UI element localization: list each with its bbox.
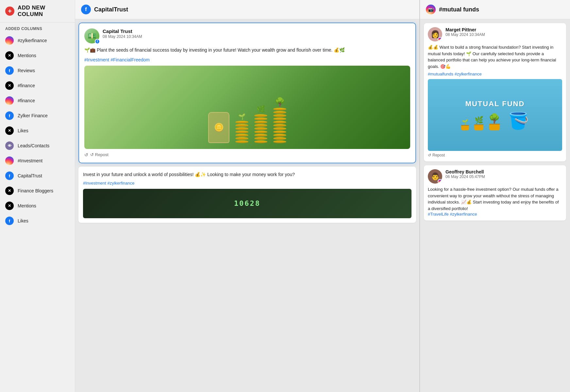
mutual-post-header: 👩 Marget Pittner 08 May 2024 10:34AM (428, 27, 562, 41)
sidebar-item-label: #Investment (18, 158, 42, 163)
instagram-icon (5, 96, 14, 105)
mutual-funds-column-header: 📷 #mutual funds (420, 0, 570, 19)
post-text: 🌱💼 Plant the seeds of financial success … (84, 47, 410, 54)
post-hashtags: #Investment #FinancialFreedom (84, 57, 410, 62)
sidebar-item-label: Mentions (18, 53, 36, 58)
capitaltrust-column-header: f CapitalTrust (75, 0, 419, 19)
sidebar-item-mentions-x[interactable]: ✕ Mentions (0, 48, 75, 63)
column-header-facebook-icon: f (81, 5, 91, 14)
mutual-funds-column-title: #mutual funds (439, 6, 479, 13)
repost-text: Repost (432, 153, 445, 157)
post-avatar: 💵 f (84, 28, 99, 43)
sidebar-item-label: Zylker Finance (18, 113, 48, 118)
mutual-hashtags: #mutualfunds #zylkerfinance (428, 72, 562, 76)
post-image-money: 10628 (83, 189, 411, 218)
post-card-highlighted: 💵 f Capital Trust 08 May 2024 10:34AM 🌱💼… (78, 23, 416, 163)
sidebar-item-finance-instagram[interactable]: #finance (0, 93, 75, 108)
sidebar-item-capitaltrust-facebook[interactable]: f CapitalTrust (0, 168, 75, 183)
user-time-geoffrey: 06 May 2024 05:47PM (445, 174, 562, 179)
user-meta-marget: Marget Pittner 08 May 2024 10:34AM (445, 27, 562, 37)
partial-hashtags-geoffrey: #TravelLife #zylkerfinance (428, 212, 562, 217)
sidebar-item-reviews-facebook[interactable]: f Reviews (0, 63, 75, 78)
sidebar-items-list: #zylkerfinance ✕ Mentions f Reviews ✕ #f… (0, 33, 75, 392)
sidebar-item-label: #zylkerfinance (18, 38, 47, 43)
sidebar-item-label: Reviews (18, 68, 35, 73)
instagram-badge-2 (438, 179, 442, 184)
sidebar-item-investment-instagram[interactable]: #Investment (0, 153, 75, 168)
sidebar-item-mentions-x2[interactable]: ✕ Mentions (0, 198, 75, 213)
sidebar-item-label: #finance (18, 98, 35, 103)
sidebar-item-likes-facebook[interactable]: f Likes (0, 213, 75, 228)
capitaltrust-column: f CapitalTrust 💵 f Capital Trust 08 May … (75, 0, 420, 392)
sidebar-item-label: Mentions (18, 203, 36, 208)
post-meta: Capital Trust 08 May 2024 10:34AM (103, 28, 410, 39)
mutual-fund-image: MUTUAL FUND 🌱 🌿 (428, 79, 562, 151)
post-image-coins: 🪙 🌱 (84, 66, 410, 149)
sidebar-item-likes-x[interactable]: ✕ Likes (0, 123, 75, 138)
sidebar: + ADD NEW COLUMN ADDED COLUMNS #zylkerfi… (0, 0, 75, 392)
x-icon: ✕ (5, 126, 14, 135)
mutual-funds-column-body: 👩 Marget Pittner 08 May 2024 10:34AM 💰💰 … (420, 19, 570, 392)
repost-line[interactable]: ↺ Repost (428, 153, 562, 157)
x-icon: ✕ (5, 187, 14, 195)
mutual-funds-column: 📷 #mutual funds 👩 Marget Pittner 08 May … (420, 0, 570, 392)
x-icon: ✕ (5, 51, 14, 60)
capitaltrust-column-body: 💵 f Capital Trust 08 May 2024 10:34AM 🌱💼… (75, 19, 419, 392)
post-time: 08 May 2024 10:34AM (103, 34, 410, 39)
added-columns-label: ADDED COLUMNS (0, 23, 75, 33)
add-new-column-header[interactable]: + ADD NEW COLUMN (0, 0, 75, 23)
add-column-icon[interactable]: + (5, 7, 14, 16)
sidebar-item-label: Finance Bloggers (18, 188, 53, 193)
sidebar-item-finance-bloggers-x[interactable]: ✕ Finance Bloggers (0, 183, 75, 198)
sidebar-item-zylkerfinance-instagram[interactable]: #zylkerfinance (0, 33, 75, 48)
mutual-post-marget: 👩 Marget Pittner 08 May 2024 10:34AM 💰💰 … (424, 23, 566, 161)
x-icon: ✕ (5, 81, 14, 90)
sidebar-item-leads-contacts[interactable]: 👁 Leads/Contacts (0, 138, 75, 153)
user-avatar-marget: 👩 (428, 27, 442, 41)
post-card-header: 💵 f Capital Trust 08 May 2024 10:34AM (84, 28, 410, 43)
post-hashtags-second: #Investment #zylkerfinance (83, 181, 411, 186)
repost-icon: ↺ (84, 152, 88, 157)
facebook-icon: f (5, 111, 14, 120)
sidebar-item-label: Likes (18, 218, 28, 223)
user-avatar-geoffrey: 👨 (428, 169, 442, 184)
facebook-icon: f (5, 217, 14, 225)
eye-icon: 👁 (5, 141, 14, 150)
sidebar-item-label: #finance (18, 83, 35, 88)
mutual-post-geoffrey: 👨 Geoffrey Burchell 06 May 2024 05:47PM … (424, 165, 566, 220)
sidebar-item-label: Leads/Contacts (18, 143, 49, 148)
user-name-marget: Marget Pittner (445, 27, 562, 32)
sidebar-item-finance-x[interactable]: ✕ #finance (0, 78, 75, 93)
repost-arrow-icon: ↺ (428, 153, 431, 157)
mutual-fund-title: MUTUAL FUND (465, 100, 525, 108)
add-new-column-title: ADD NEW COLUMN (18, 5, 70, 18)
sidebar-item-zylker-finance-facebook[interactable]: f Zylker Finance (0, 108, 75, 123)
user-time-marget: 08 May 2024 10:34AM (445, 32, 562, 37)
mutual-post-header-geoffrey: 👨 Geoffrey Burchell 06 May 2024 05:47PM (428, 169, 562, 184)
sidebar-item-label: CapitalTrust (18, 173, 42, 178)
mutual-fund-banner: MUTUAL FUND 🌱 🌿 (428, 79, 562, 151)
user-meta-geoffrey: Geoffrey Burchell 06 May 2024 05:47PM (445, 169, 562, 179)
post-avatar-facebook-badge: f (95, 39, 100, 44)
main-content: f CapitalTrust 💵 f Capital Trust 08 May … (75, 0, 570, 392)
post-footer[interactable]: ↺ ↺ Repost (84, 152, 410, 157)
instagram-icon (5, 156, 14, 165)
user-name-geoffrey: Geoffrey Burchell (445, 169, 562, 174)
facebook-icon: f (5, 66, 14, 75)
repost-label: ↺ Repost (90, 152, 109, 157)
post-card-second: Invest in your future and unlock a world… (78, 167, 416, 223)
post-text-second: Invest in your future and unlock a world… (83, 171, 411, 178)
capitaltrust-column-title: CapitalTrust (94, 6, 128, 13)
post-author: Capital Trust (103, 28, 410, 34)
x-icon: ✕ (5, 202, 14, 210)
instagram-icon (5, 36, 14, 45)
facebook-icon: f (5, 172, 14, 180)
sidebar-item-label: Likes (18, 128, 28, 133)
fund-illustration: 🌱 🌿 🌳 (461, 111, 529, 130)
partial-text-geoffrey: Looking for a hassle-free investment opt… (428, 186, 562, 212)
mutual-post-text: 💰💰 Want to build a strong financial foun… (428, 44, 562, 70)
instagram-badge (438, 37, 442, 41)
mutual-funds-instagram-icon: 📷 (426, 5, 436, 14)
